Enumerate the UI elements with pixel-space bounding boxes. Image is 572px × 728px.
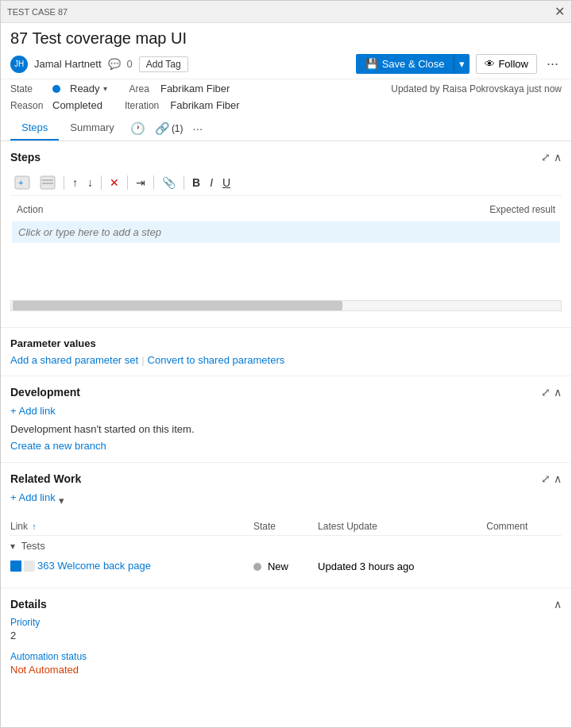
work-item-icon xyxy=(10,560,21,572)
italic-button[interactable]: I xyxy=(206,174,217,191)
state-value: Ready ▾ xyxy=(70,83,107,94)
tabs-row: Steps Summary 🕐 🔗 (1) ··· xyxy=(1,116,571,141)
title-bar-label: TEST CASE 87 xyxy=(7,7,68,17)
details-section: Details ∧ Priority 2 Automation status N… xyxy=(1,588,571,695)
title-bar: TEST CASE 87 ✕ xyxy=(1,1,571,23)
add-shared-link[interactable]: Add a shared parameter set xyxy=(10,354,138,366)
link-cell: 363 Welcome back page xyxy=(10,556,253,578)
related-work-header: Related Work ⤢ ∧ xyxy=(10,472,562,485)
param-links: Add a shared parameter set | Convert to … xyxy=(10,354,562,366)
delete-step-button[interactable]: ✕ xyxy=(106,174,123,191)
steps-section: Steps ⤢ ∧ + ↑ ↓ ✕ ⇥ 📎 B I xyxy=(1,141,571,328)
state-dropdown[interactable]: ▾ xyxy=(103,84,107,93)
convert-shared-link[interactable]: Convert to shared parameters xyxy=(148,354,285,366)
reason-value: Completed xyxy=(52,99,102,111)
iteration-value: Fabrikam Fiber xyxy=(170,99,239,111)
automation-value: Not Automated xyxy=(10,664,562,676)
svg-rect-4 xyxy=(42,183,53,184)
details-collapse-button[interactable]: ∧ xyxy=(554,598,562,611)
steps-empty-area xyxy=(10,246,562,294)
add-step-row[interactable] xyxy=(10,218,562,246)
underline-button[interactable]: U xyxy=(218,174,234,191)
tab-steps[interactable]: Steps xyxy=(10,116,59,141)
links-tab-button[interactable]: 🔗 (1) xyxy=(150,118,188,139)
state-row: State Ready ▾ Area Fabrikam Fiber Update… xyxy=(1,79,571,98)
reason-label: Reason xyxy=(10,100,46,111)
param-values-title: Parameter values xyxy=(10,337,562,349)
tests-group-cell: ▾ Tests xyxy=(10,536,562,557)
indent-button[interactable]: ⇥ xyxy=(132,174,149,191)
area-label: Area xyxy=(129,83,149,94)
area-value: Fabrikam Fiber xyxy=(160,83,230,94)
save-dropdown-button[interactable]: ▾ xyxy=(454,54,470,74)
history-tab-button[interactable]: 🕐 xyxy=(126,118,150,139)
state-label: State xyxy=(10,83,46,94)
development-header: Development ⤢ ∧ xyxy=(10,386,562,399)
work-item-link[interactable]: 363 Welcome back page xyxy=(37,560,151,572)
tests-expand-button[interactable]: ▾ xyxy=(10,541,15,552)
svg-rect-3 xyxy=(42,179,53,181)
iteration-label: Iteration xyxy=(125,100,159,111)
save-close-button[interactable]: 💾 Save & Close xyxy=(356,54,454,74)
move-down-button[interactable]: ↓ xyxy=(83,174,97,191)
toolbar-sep-2 xyxy=(101,175,102,190)
related-add-link-button[interactable]: + Add link xyxy=(10,491,56,503)
related-work-title: Related Work xyxy=(10,472,81,485)
priority-label: Priority xyxy=(10,617,562,628)
insert-step-button[interactable]: + xyxy=(10,173,34,192)
expected-col-header: Expected result xyxy=(194,201,562,218)
more-button[interactable]: ··· xyxy=(543,56,562,72)
parameter-values-section: Parameter values Add a shared parameter … xyxy=(1,328,571,376)
comment-col-header: Comment xyxy=(486,518,562,536)
add-step-cell[interactable] xyxy=(10,218,562,246)
dev-add-link-button[interactable]: + Add link xyxy=(10,405,56,417)
steps-title: Steps xyxy=(10,151,41,164)
toolbar-sep-5 xyxy=(184,175,184,190)
tab-summary[interactable]: Summary xyxy=(59,116,126,141)
details-header: Details ∧ xyxy=(10,598,562,611)
attach-button[interactable]: 📎 xyxy=(158,174,180,191)
dev-status-text: Development hasn't started on this item. xyxy=(10,423,562,435)
add-tag-button[interactable]: Add Tag xyxy=(139,56,188,72)
steps-table: Action Expected result xyxy=(10,201,562,246)
steps-section-header: Steps ⤢ ∧ xyxy=(10,151,562,164)
add-step-input[interactable] xyxy=(12,221,560,243)
collapse-button[interactable]: ∧ xyxy=(554,151,562,164)
dev-collapse-button[interactable]: ∧ xyxy=(554,386,562,399)
save-close-row: 💾 Save & Close ▾ xyxy=(356,54,470,74)
work-item-header: 87 Test coverage map UI JH Jamal Hartnet… xyxy=(1,23,571,79)
priority-value: 2 xyxy=(10,630,562,641)
insert-shared-step-button[interactable] xyxy=(36,173,60,192)
add-link-dropdown-arrow[interactable]: ▾ xyxy=(59,495,64,507)
related-work-table: Link ↑ State Latest Update Comment ▾ Tes… xyxy=(10,518,562,578)
priority-field: Priority 2 xyxy=(10,617,562,641)
update-col-header: Latest Update xyxy=(318,518,486,536)
follow-button[interactable]: 👁 Follow xyxy=(476,54,537,74)
link-col-header: Link ↑ xyxy=(10,518,253,536)
state-cell: New xyxy=(253,556,318,578)
toolbar-sep-3 xyxy=(127,175,128,190)
comment-icon: 💬 xyxy=(108,58,121,70)
link-icon: 🔗 xyxy=(155,121,170,136)
close-button[interactable]: ✕ xyxy=(555,4,565,19)
updated-text: Updated by Raisa Pokrovskaya just now xyxy=(391,83,562,94)
dev-expand-button[interactable]: ⤢ xyxy=(541,386,551,399)
development-section: Development ⤢ ∧ + Add link Development h… xyxy=(1,376,571,463)
save-icon: 💾 xyxy=(365,58,378,70)
work-item-title: 87 Test coverage map UI xyxy=(10,29,562,48)
move-up-button[interactable]: ↑ xyxy=(68,174,82,191)
related-collapse-button[interactable]: ∧ xyxy=(554,472,562,485)
toolbar-sep-4 xyxy=(153,175,154,190)
related-expand-button[interactable]: ⤢ xyxy=(541,472,551,485)
param-separator: | xyxy=(141,354,144,366)
state-dot xyxy=(52,85,60,93)
update-cell: Updated 3 hours ago xyxy=(318,556,486,578)
create-branch-link[interactable]: Create a new branch xyxy=(10,440,106,452)
expand-fullscreen-button[interactable]: ⤢ xyxy=(541,151,551,164)
more-tabs-button[interactable]: ··· xyxy=(188,118,208,138)
follow-icon: 👁 xyxy=(485,58,495,70)
state-col-header: State xyxy=(253,518,318,536)
steps-scrollbar[interactable] xyxy=(10,300,562,311)
tests-group-row: ▾ Tests xyxy=(10,536,562,557)
bold-button[interactable]: B xyxy=(188,174,204,191)
